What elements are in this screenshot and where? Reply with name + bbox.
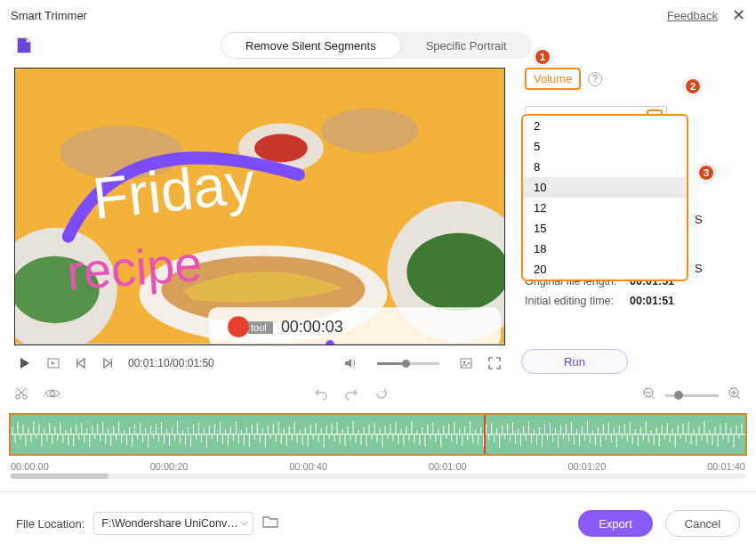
tab-specific-portrait[interactable]: Specific Portrait	[401, 32, 532, 59]
export-button[interactable]: Export	[578, 510, 653, 537]
volume-dropdown[interactable]: 2 5 8 10 12 15 18 20	[521, 114, 688, 281]
timeline-playhead[interactable]	[484, 413, 486, 456]
time-ruler: 00:00:0000:00:2000:00:4000:01:0000:01:20…	[11, 461, 745, 472]
fullscreen-icon[interactable]	[487, 356, 502, 370]
cut-icon[interactable]	[14, 386, 28, 404]
volume-label: Volume	[525, 68, 581, 90]
volume-slider[interactable]	[372, 362, 445, 365]
help-icon[interactable]: ?	[588, 72, 602, 86]
mode-tabs: Remove Silent Segments Specific Portrait	[221, 32, 532, 59]
volume-option[interactable]: 18	[523, 239, 687, 259]
svg-rect-1	[20, 50, 26, 52]
chevron-down-icon	[240, 519, 248, 528]
zoom-slider[interactable]	[665, 394, 719, 397]
cancel-button[interactable]: Cancel	[665, 510, 740, 537]
zoom-out-icon[interactable]	[642, 386, 656, 404]
svg-point-25	[16, 395, 20, 399]
volume-option[interactable]: 5	[523, 136, 687, 157]
volume-option[interactable]: 2	[523, 116, 687, 136]
preview-scrubber[interactable]	[14, 343, 505, 345]
reset-icon[interactable]	[374, 386, 389, 404]
svg-point-24	[463, 361, 466, 364]
svg-point-10	[321, 109, 419, 153]
window-title: Smart Trimmer	[11, 9, 87, 22]
svg-point-26	[23, 395, 27, 399]
side-indicator-s: S	[695, 213, 703, 226]
snapshot-icon[interactable]	[459, 356, 473, 370]
file-location-value: F:\Wondershare UniConverter 1	[101, 517, 239, 530]
file-location-select[interactable]: F:\Wondershare UniConverter 1	[93, 512, 253, 535]
zoom-in-icon[interactable]	[728, 386, 742, 404]
volume-option[interactable]: 20	[523, 259, 687, 280]
step-icon[interactable]	[46, 356, 60, 370]
side-indicator-s: S	[695, 262, 703, 275]
volume-option[interactable]: 15	[523, 218, 687, 239]
volume-option[interactable]: 10	[523, 177, 687, 198]
redo-icon[interactable]	[344, 386, 358, 404]
svg-point-16	[228, 316, 249, 337]
video-preview[interactable]: Friday recipe 00:00:03 tool	[14, 68, 505, 345]
file-location-label: File Location:	[16, 517, 84, 531]
initial-time-label: Initial editing time:	[525, 291, 630, 312]
callout-1: 1	[534, 48, 551, 66]
svg-point-27	[51, 392, 55, 396]
run-button[interactable]: Run	[521, 349, 628, 374]
preview-frame: Friday recipe 00:00:03 tool	[15, 69, 504, 344]
eye-icon[interactable]	[44, 386, 60, 404]
waveform-track[interactable]	[9, 413, 747, 456]
svg-point-4	[254, 134, 308, 163]
next-frame-icon[interactable]	[101, 357, 114, 369]
close-icon[interactable]: ✕	[732, 5, 745, 25]
timeline-scrollbar[interactable]	[11, 474, 745, 479]
callout-2: 2	[684, 77, 702, 95]
volume-option[interactable]: 12	[523, 198, 687, 218]
playback-time: 00:01:10/00:01:50	[128, 357, 214, 369]
svg-text:tool: tool	[251, 322, 267, 333]
prev-frame-icon[interactable]	[75, 357, 87, 369]
svg-rect-21	[76, 359, 78, 368]
svg-text:00:00:03: 00:00:03	[281, 318, 343, 336]
feedback-link[interactable]: Feedback	[667, 9, 718, 22]
volume-icon[interactable]	[343, 356, 358, 370]
svg-text:recipe: recipe	[65, 236, 204, 300]
open-folder-icon[interactable]	[262, 515, 278, 532]
volume-option[interactable]: 8	[523, 157, 687, 177]
callout-3: 3	[697, 164, 715, 182]
svg-rect-22	[111, 359, 113, 368]
play-icon[interactable]	[18, 356, 32, 370]
tab-remove-silent[interactable]: Remove Silent Segments	[221, 32, 401, 59]
app-logo-icon	[14, 36, 34, 55]
undo-icon[interactable]	[314, 386, 328, 404]
initial-time-value: 00:01:51	[630, 295, 674, 307]
